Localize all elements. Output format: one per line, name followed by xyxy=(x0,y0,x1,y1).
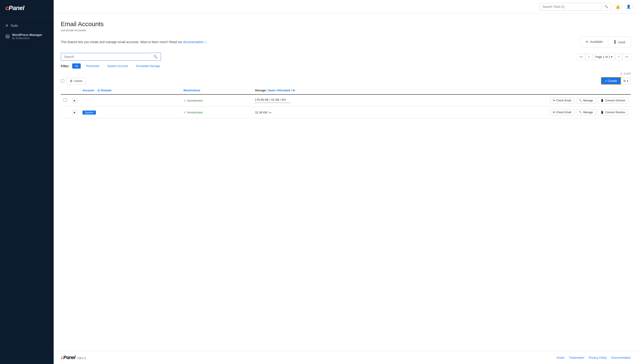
footer-documentation-link[interactable]: Documentation xyxy=(611,356,631,359)
sidebar-item-tools-label: Tools xyxy=(11,24,18,28)
row1-checkbox-cell xyxy=(61,94,70,106)
pagination: << < Page 1 of 1 ▾ > >> xyxy=(577,54,631,60)
pagination-prev[interactable]: < xyxy=(586,54,592,60)
th-account[interactable]: Account ↑ @ Domain xyxy=(80,86,181,94)
wordpress-sublabel: by Softaculous xyxy=(12,36,42,40)
search-tools-input[interactable] xyxy=(540,3,601,10)
footer-trademarks-link[interactable]: Trademarks xyxy=(569,356,584,359)
wrench-icon-2: 🔧 xyxy=(579,111,582,114)
row1-storage-text: 178.99 KB / 10 GB / 0% xyxy=(255,98,383,102)
wordpress-icon: Ⓦ xyxy=(5,34,10,40)
row1-storage-fill xyxy=(255,102,255,103)
filter-all[interactable]: All xyxy=(72,64,81,68)
row2-expand-button[interactable]: ▶ xyxy=(72,110,77,115)
sidebar: cPanel ✕ Tools Ⓦ WordPress Manager by So… xyxy=(0,0,54,364)
records-count: 1 - 2 of 2 xyxy=(61,72,631,75)
select-all-checkbox[interactable] xyxy=(61,79,64,83)
row2-restriction: ✓ Unrestricted xyxy=(184,111,250,114)
search-tools-button[interactable]: 🔍 xyxy=(601,3,611,10)
row1-expand-cell: ▶ xyxy=(70,94,80,106)
row2-restrictions-cell: ✓ Unrestricted xyxy=(181,106,252,118)
row2-connect-devices-button[interactable]: 📱 Connect Devices xyxy=(597,109,628,116)
stats-box: ∞ Available 1 Used xyxy=(580,36,631,47)
footer-logo: cPanel xyxy=(61,354,75,360)
row1-storage-bar xyxy=(255,102,291,103)
row1-actions: ✉ Check Email 🔧 Manage 📱 Connect Devices xyxy=(388,97,628,104)
row2-actions: ✉ Check Email 🔧 Manage 📱 Connect Devices xyxy=(388,109,628,116)
filter-row: Filter: All Restricted System Account Ex… xyxy=(61,64,631,68)
pagination-last[interactable]: >> xyxy=(622,54,631,60)
table-row: ▶ System ✓ Unrestricted 32.38 KB / ∞ xyxy=(61,106,631,118)
sidebar-nav: ✕ Tools Ⓦ WordPress Manager by Softaculo… xyxy=(0,17,54,364)
row2-check-email-button[interactable]: ✉ Check Email xyxy=(550,109,574,116)
table-toolbar: 🗑 Delete + Create ⚙ ▾ xyxy=(61,77,631,85)
row1-storage-cell: 178.99 KB / 10 GB / 0% xyxy=(252,94,386,106)
filter-exceeded-storage[interactable]: Exceeded Storage xyxy=(133,64,163,68)
doc-link[interactable]: documentation ↗ xyxy=(183,40,207,44)
tools-icon: ✕ xyxy=(5,24,8,28)
toolbar: 🔍 << < Page 1 of 1 ▾ > >> xyxy=(61,53,631,61)
search-tools-wrap: 🔍 xyxy=(540,3,611,10)
row1-account-cell xyxy=(80,94,181,106)
footer: cPanel 106.0.3 Home Trademarks Privacy P… xyxy=(54,351,638,364)
page-title: Email Accounts xyxy=(61,20,631,28)
row2-expand-cell: ▶ xyxy=(70,106,80,118)
stat-available: ∞ Available xyxy=(580,36,608,47)
search-button[interactable]: 🔍 xyxy=(150,53,161,61)
row1-manage-button[interactable]: 🔧 Manage xyxy=(576,97,596,104)
header: 🔍 🔔 👤 xyxy=(54,0,638,14)
row1-restriction: ✓ Unrestricted xyxy=(184,99,250,102)
email-accounts-table: Account ↑ @ Domain Restrictions Storage:… xyxy=(61,86,631,118)
row2-checkbox-cell xyxy=(61,106,70,118)
create-button[interactable]: + Create xyxy=(601,77,621,85)
row1-connect-devices-button[interactable]: 📱 Connect Devices xyxy=(597,97,628,104)
th-storage: Storage: Used / Allocated / % xyxy=(252,86,386,94)
wrench-icon: 🔧 xyxy=(579,99,582,102)
phone-icon-2: 📱 xyxy=(600,111,604,114)
table-row: ▶ ✓ Unrestricted 178.99 KB / 10 GB / 0% xyxy=(61,94,631,106)
gear-icon: ⚙ xyxy=(623,79,626,83)
bell-icon: 🔔 xyxy=(616,4,620,9)
user-menu-button[interactable]: 👤 xyxy=(624,3,633,11)
footer-version: 106.0.3 xyxy=(77,357,86,360)
search-tools-icon: 🔍 xyxy=(604,5,608,8)
row2-manage-button[interactable]: 🔧 Manage xyxy=(576,109,596,116)
check-icon-2: ✓ xyxy=(184,111,186,114)
page-content: Email Accounts List Email Accounts This … xyxy=(54,14,638,351)
chevron-down-icon: ▾ xyxy=(611,55,612,58)
cpanel-logo-text: cPanel xyxy=(5,4,48,12)
filter-label: Filter: xyxy=(61,64,70,68)
delete-button[interactable]: 🗑 Delete xyxy=(66,78,86,84)
row1-expand-button[interactable]: ▶ xyxy=(72,98,77,103)
phone-icon: 📱 xyxy=(600,99,604,102)
create-btn-group: + Create ⚙ ▾ xyxy=(601,77,631,85)
sidebar-item-wordpress[interactable]: Ⓦ WordPress Manager by Softaculous xyxy=(0,30,54,42)
pagination-first[interactable]: << xyxy=(577,54,585,60)
row1-restrictions-cell: ✓ Unrestricted xyxy=(181,94,252,106)
page-select[interactable]: Page 1 of 1 ▾ xyxy=(593,54,615,60)
footer-privacy-link[interactable]: Privacy Policy xyxy=(589,356,607,359)
search-input[interactable] xyxy=(61,53,150,60)
wordpress-label: WordPress Manager xyxy=(12,33,42,36)
filter-restricted[interactable]: Restricted xyxy=(83,64,102,68)
th-expand xyxy=(70,86,80,94)
notifications-button[interactable]: 🔔 xyxy=(614,3,622,11)
stat-used: 1 Used xyxy=(608,36,631,47)
user-icon: 👤 xyxy=(626,4,631,9)
gear-button[interactable]: ⚙ ▾ xyxy=(621,78,631,84)
gear-chevron-icon: ▾ xyxy=(627,79,628,83)
search-wrap: 🔍 xyxy=(61,53,161,61)
row2-actions-cell: ✉ Check Email 🔧 Manage 📱 Connect Devices xyxy=(386,106,631,118)
sidebar-item-tools[interactable]: ✕ Tools xyxy=(0,21,54,30)
row2-storage-cell: 32.38 KB / ∞ xyxy=(252,106,386,118)
pagination-next[interactable]: > xyxy=(615,54,622,60)
email-icon-2: ✉ xyxy=(553,111,555,114)
footer-home-link[interactable]: Home xyxy=(557,356,564,359)
th-actions xyxy=(386,86,631,94)
check-icon: ✓ xyxy=(184,99,186,102)
filter-system-account[interactable]: System Account xyxy=(105,64,131,68)
row1-checkbox[interactable] xyxy=(64,98,67,102)
email-icon: ✉ xyxy=(553,99,555,102)
row1-check-email-button[interactable]: ✉ Check Email xyxy=(550,97,574,104)
system-badge: System xyxy=(83,110,96,114)
